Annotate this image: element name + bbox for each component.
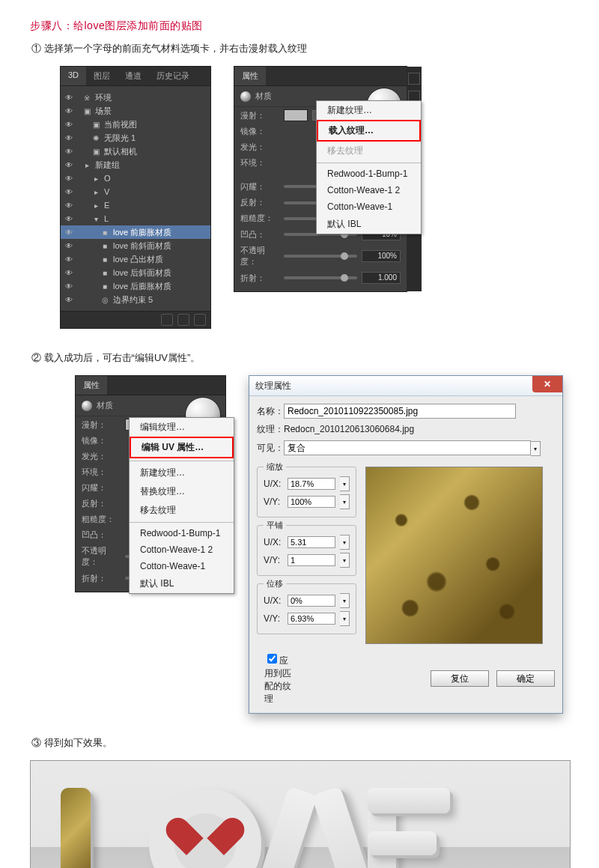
row-type-icon: ■ [100, 227, 110, 237]
menu-edit-uv[interactable]: 编辑 UV 属性… [131, 438, 232, 457]
tab-properties[interactable]: 属性 [234, 67, 266, 85]
tab-3d[interactable]: 3D [61, 67, 86, 85]
visibility-icon[interactable]: 👁 [64, 201, 74, 210]
menu-remove-texture[interactable]: 移去纹理 [130, 501, 234, 520]
close-icon[interactable]: ✕ [532, 376, 562, 392]
row-label: love 后斜面材质 [113, 267, 171, 279]
tile-vy-input[interactable] [288, 554, 335, 566]
row-label: love 前斜面材质 [113, 240, 171, 252]
offset-ux-input[interactable] [288, 595, 335, 607]
tab-history[interactable]: 历史记录 [149, 67, 197, 85]
menu-cotton1[interactable]: Cotton-Weave-1 [130, 558, 234, 574]
rail-icon[interactable] [408, 73, 420, 85]
menu-new-texture[interactable]: 新建纹理… [130, 464, 234, 482]
menu-new-texture[interactable]: 新建纹理… [317, 101, 421, 120]
layer-row[interactable]: 👁▸E [61, 198, 210, 212]
label-env: 环境： [240, 157, 279, 169]
reset-button[interactable]: 复位 [431, 670, 489, 687]
ps-3d-tabs: 3D 图层 通道 历史记录 [61, 67, 210, 86]
layer-row[interactable]: 👁▣场景 [61, 104, 210, 118]
tile-ux-input[interactable] [288, 536, 335, 548]
vy-label: V/Y: [264, 613, 283, 624]
visible-select[interactable] [284, 440, 531, 455]
label-refract: 折射： [240, 273, 279, 284]
name-input[interactable] [284, 404, 516, 419]
menu-redwood[interactable]: Redwood-1-Bump-1 [317, 166, 421, 182]
chevron-down-icon[interactable]: ▾ [531, 441, 541, 456]
menu-redwood[interactable]: Redwood-1-Bump-1 [130, 525, 234, 541]
layer-row[interactable]: 👁▸新建组 [61, 158, 210, 172]
menu-cotton12[interactable]: Cotton-Weave-1 2 [317, 182, 421, 198]
visibility-icon[interactable]: 👁 [64, 188, 74, 196]
tab-layers[interactable]: 图层 [86, 67, 118, 85]
tab-properties[interactable]: 属性 [76, 376, 107, 395]
menu-default-ibl[interactable]: 默认 IBL [317, 215, 421, 234]
visibility-icon[interactable]: 👁 [64, 107, 74, 115]
menu-replace-texture[interactable]: 替换纹理… [130, 482, 234, 501]
ps-3d-panel: 3D 图层 通道 历史记录 👁※环境👁▣场景👁▣当前视图👁✺无限光 1👁▣默认相… [60, 66, 211, 329]
apply-matching-checkbox[interactable]: 应用到匹配的纹理 [264, 652, 291, 705]
visibility-icon[interactable]: 👁 [64, 148, 74, 156]
letter-O [149, 788, 261, 868]
visibility-icon[interactable]: 👁 [64, 255, 74, 264]
visibility-icon[interactable]: 👁 [64, 296, 74, 304]
visibility-icon[interactable]: 👁 [64, 121, 74, 129]
visibility-icon[interactable]: 👁 [64, 161, 74, 169]
group-offset-label: 位移 [264, 578, 286, 589]
visibility-icon[interactable]: 👁 [64, 134, 74, 142]
layer-row[interactable]: 👁▸O [61, 172, 210, 185]
label-reflect: 反射： [240, 197, 279, 208]
layer-row[interactable]: 👁▣默认相机 [61, 145, 210, 158]
label-shine: 闪耀： [240, 181, 279, 192]
tab-channels[interactable]: 通道 [118, 67, 149, 85]
visibility-icon[interactable]: 👁 [64, 174, 74, 183]
chevron-down-icon[interactable]: ▾ [340, 494, 350, 509]
menu-cotton1[interactable]: Cotton-Weave-1 [317, 198, 421, 215]
row-label: V [104, 187, 109, 196]
chevron-down-icon[interactable]: ▾ [340, 476, 350, 491]
layer-row[interactable]: 👁■love 前膨胀材质 [61, 225, 210, 239]
layer-row[interactable]: 👁◎边界约束 5 [61, 293, 210, 306]
row-label: O [104, 174, 111, 183]
ux-label: U/X: [264, 479, 283, 489]
row-type-icon: ◎ [100, 294, 110, 305]
visibility-icon[interactable]: 👁 [64, 242, 74, 250]
chevron-down-icon[interactable]: ▾ [340, 593, 350, 608]
footer-icon[interactable] [177, 314, 189, 326]
layer-row[interactable]: 👁■love 凸出材质 [61, 252, 210, 266]
menu-edit-texture[interactable]: 编辑纹理… [130, 418, 234, 437]
visibility-icon[interactable]: 👁 [64, 228, 74, 237]
offset-vy-input[interactable] [288, 613, 335, 625]
dialog-title: 纹理属性 [255, 380, 291, 392]
visibility-icon[interactable]: 👁 [64, 94, 74, 102]
scale-vy-input[interactable] [288, 496, 335, 508]
layer-row[interactable]: 👁■love 前斜面材质 [61, 239, 210, 252]
layer-row[interactable]: 👁▣当前视图 [61, 118, 210, 131]
menu-cotton12[interactable]: Cotton-Weave-1 2 [130, 541, 234, 558]
footer-icon[interactable] [161, 314, 173, 326]
scale-ux-input[interactable] [288, 478, 335, 490]
opacity-slider[interactable] [284, 255, 357, 258]
layer-row[interactable]: 👁▾L [61, 212, 210, 225]
chevron-down-icon[interactable]: ▾ [340, 553, 350, 568]
footer-icon[interactable] [194, 314, 206, 326]
chevron-down-icon[interactable]: ▾ [340, 611, 350, 626]
layer-row[interactable]: 👁▸V [61, 185, 210, 198]
row-label: 无限光 1 [104, 133, 136, 144]
menu-default-ibl[interactable]: 默认 IBL [130, 574, 234, 593]
diffuse-swatch[interactable] [284, 109, 308, 121]
refract-value[interactable]: 1.000 [362, 272, 401, 284]
texture-properties-dialog: 纹理属性 ✕ 名称： 纹理：Redocn_2010120613060684.jp… [249, 375, 563, 714]
visibility-icon[interactable]: 👁 [64, 282, 74, 291]
chevron-down-icon[interactable]: ▾ [340, 535, 350, 550]
layer-row[interactable]: 👁※环境 [61, 91, 210, 104]
opacity-value[interactable]: 100% [362, 250, 401, 262]
menu-load-texture[interactable]: 载入纹理… [318, 121, 419, 140]
visibility-icon[interactable]: 👁 [64, 215, 74, 223]
layer-row[interactable]: 👁✺无限光 1 [61, 131, 210, 145]
refract-slider[interactable] [284, 276, 357, 279]
layer-row[interactable]: 👁■love 后斜面材质 [61, 266, 210, 279]
visibility-icon[interactable]: 👁 [64, 269, 74, 277]
layer-row[interactable]: 👁■love 后膨胀材质 [61, 279, 210, 293]
ok-button[interactable]: 确定 [496, 670, 555, 687]
